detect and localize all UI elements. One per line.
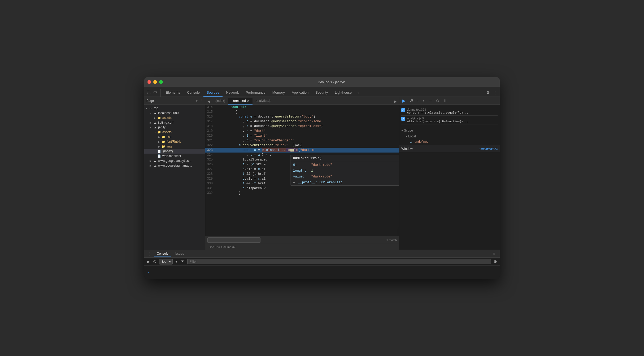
- window-title: DevTools - jec.fyi/: [166, 80, 497, 84]
- tab-memory[interactable]: Memory: [269, 89, 288, 97]
- code-line-318: 318 , t = document.querySelector("#prism…: [205, 124, 399, 129]
- call-stack-area: Window :formatted:323: [399, 145, 500, 152]
- search-bar: 1 match: [205, 236, 399, 244]
- panel-header-options-icon[interactable]: ⋮: [199, 99, 203, 103]
- file-tree: ▾ ▭ top ▾ ☁ localhost:8080 ▶ 📁 assets: [144, 105, 205, 250]
- domain-icon-localhost: ☁: [153, 111, 157, 115]
- step-into-button[interactable]: ↓: [416, 98, 420, 103]
- pause-on-exceptions-button[interactable]: ⏸: [442, 98, 448, 103]
- maximize-button[interactable]: [159, 80, 163, 84]
- close-button[interactable]: [147, 80, 151, 84]
- console-filter-input[interactable]: [187, 259, 491, 264]
- code-area[interactable]: 314 <script> 315 { 316 const e = documen…: [205, 105, 399, 236]
- breakpoint-1-info: :formatted:323 const a = e.classList.tog…: [407, 108, 498, 114]
- tree-item-img[interactable]: ▶ 📁 img: [144, 144, 205, 149]
- step-out-button[interactable]: ↑: [422, 98, 426, 103]
- tree-item-css[interactable]: ▶ 📁 css: [144, 134, 205, 139]
- code-line-320: 320 , l = "light": [205, 133, 399, 138]
- console-settings-icon[interactable]: ⚙: [493, 259, 498, 264]
- console-eye-icon[interactable]: 👁: [180, 259, 185, 264]
- editor-tab-analytics[interactable]: analytics.js: [253, 98, 275, 105]
- code-line-316: 316 const e = document.querySelector("bo…: [205, 114, 399, 119]
- breakpoint-1: :formatted:323 const a = e.classList.tog…: [401, 107, 498, 116]
- tree-item-top[interactable]: ▾ ▭ top: [144, 106, 205, 111]
- console-execute-icon[interactable]: ▶: [146, 259, 150, 264]
- resume-button[interactable]: ▶: [401, 98, 407, 104]
- search-input[interactable]: [207, 237, 260, 243]
- editor-navigate-right[interactable]: ▶: [392, 98, 399, 105]
- tab-sources[interactable]: Sources: [203, 89, 223, 97]
- editor-tab-back-button[interactable]: ◀: [205, 98, 212, 105]
- tooltip-title: DOMTokenList(1): [290, 155, 399, 162]
- domain-icon-google-analytics: ☁: [153, 159, 157, 163]
- local-scope-vars: a: undefined: [406, 139, 498, 144]
- more-tabs-button[interactable]: »: [355, 89, 362, 97]
- tree-item-jecfyi[interactable]: ▾ ☁ jec.fyi: [144, 125, 205, 130]
- step-button[interactable]: →: [427, 98, 433, 103]
- settings-icon[interactable]: ⚙: [486, 90, 490, 95]
- tree-arrow-assets-jecfyi: ▾: [153, 131, 157, 134]
- cursor-icon[interactable]: ⬚: [146, 89, 151, 95]
- mobile-icon[interactable]: ▭: [153, 89, 158, 95]
- editor-tab-formatted-close[interactable]: ✕: [247, 99, 249, 103]
- tree-item-localhost[interactable]: ▾ ☁ localhost:8080: [144, 111, 205, 115]
- tab-elements[interactable]: Elements: [163, 89, 183, 97]
- tab-console[interactable]: Console: [184, 89, 203, 97]
- local-scope-label: Local: [408, 134, 416, 138]
- local-scope-title[interactable]: ▾ Local: [406, 133, 498, 139]
- tree-item-index[interactable]: 📄 (index): [144, 149, 205, 154]
- tree-arrow-index: [153, 150, 157, 153]
- file-icon-index: 📄: [157, 150, 161, 153]
- console-context-selector[interactable]: top: [159, 259, 173, 264]
- folder-icon-font: 📁: [161, 140, 166, 144]
- tab-application[interactable]: Application: [289, 89, 312, 97]
- call-stack-label: Window: [401, 147, 477, 151]
- tree-item-ytimg[interactable]: ▶ ☁ i.ytimg.com: [144, 120, 205, 125]
- code-line-323: 323 const a = e.classList.toggle("dark-m…: [205, 148, 399, 153]
- tab-lighthouse[interactable]: Lighthouse: [332, 89, 355, 97]
- breakpoint-2-checkbox[interactable]: [401, 117, 405, 121]
- tree-item-assets-jecfyi[interactable]: ▾ 📁 assets: [144, 130, 205, 134]
- tree-item-assets-localhost[interactable]: ▶ 📁 assets: [144, 115, 205, 120]
- breakpoint-1-code: const a = e.classList.toggle("da...: [407, 111, 498, 114]
- console-options-icon[interactable]: ⋮: [146, 251, 153, 257]
- tree-label-assets-localhost: assets: [162, 116, 172, 120]
- tab-network[interactable]: Network: [223, 89, 242, 97]
- editor-tab-index[interactable]: (index): [212, 98, 228, 105]
- tree-arrow-localhost: ▾: [149, 112, 153, 115]
- console-clear-icon[interactable]: ⊘: [153, 259, 157, 264]
- traffic-lights: [147, 80, 163, 84]
- tree-arrow-ytimg: ▶: [149, 121, 153, 124]
- tooltip-row-proto: ▶ __proto__: DOMTokenList: [290, 180, 399, 185]
- deactivate-breakpoints-button[interactable]: ⊘: [435, 98, 441, 104]
- step-over-button[interactable]: ↺: [408, 97, 414, 104]
- titlebar: DevTools - jec.fyi/: [144, 77, 500, 87]
- local-scope-arrow: ▾: [406, 134, 407, 138]
- scope-collapse-icon: ▾: [401, 129, 403, 132]
- tree-item-manifest[interactable]: 📄 web.manifest: [144, 154, 205, 158]
- tree-item-google-analytics[interactable]: ▶ ☁ www.google-analytics...: [144, 158, 205, 163]
- breakpoint-1-checkbox[interactable]: [401, 108, 405, 112]
- scope-title[interactable]: ▾ Scope: [401, 128, 498, 133]
- tab-security[interactable]: Security: [312, 89, 331, 97]
- console-context-arrow[interactable]: ▾: [175, 259, 178, 264]
- tree-item-googletagmanager[interactable]: ▶ ☁ www.googletagmanag...: [144, 163, 205, 168]
- tree-item-font[interactable]: ▶ 📁 font/Rubik: [144, 139, 205, 144]
- panel-header-more-icon[interactable]: »: [196, 99, 198, 103]
- console-tab-console[interactable]: Console: [154, 251, 171, 257]
- editor-tab-formatted[interactable]: :formatted ✕: [228, 98, 253, 105]
- breakpoint-2-code: a&&a.href}return a},B=function(a...: [407, 120, 498, 123]
- console-tab-issues[interactable]: Issues: [172, 251, 187, 257]
- more-options-icon[interactable]: ⋮: [493, 90, 498, 95]
- editor-status-bar: Line 323, Column 32: [205, 244, 399, 250]
- call-stack-location[interactable]: :formatted:323: [479, 147, 498, 150]
- editor-tab-formatted-label: :formatted: [232, 99, 246, 103]
- code-editor-panel: ◀ (index) :formatted ✕ analytics.js ▶ 31…: [205, 97, 399, 250]
- minimize-button[interactable]: [153, 80, 157, 84]
- console-close-button[interactable]: ✕: [490, 251, 498, 257]
- tab-performance[interactable]: Performance: [242, 89, 268, 97]
- tree-label-top: top: [154, 106, 158, 110]
- devtools-settings-area: ⚙ ⋮: [486, 90, 498, 97]
- editor-tab-analytics-label: analytics.js: [256, 99, 271, 103]
- code-line-314: 314 <script>: [205, 105, 399, 110]
